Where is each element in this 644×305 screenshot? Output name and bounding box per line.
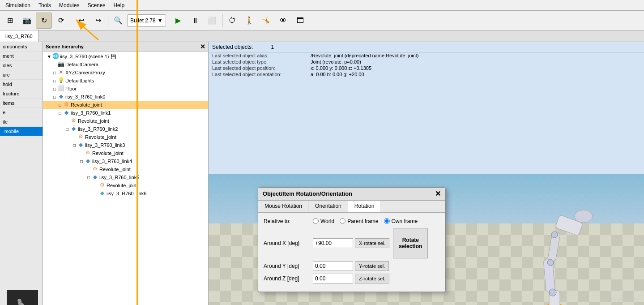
radio-own[interactable]: Own frame bbox=[384, 218, 418, 224]
sidebar-item-n-mobile[interactable]: -mobile bbox=[0, 127, 43, 136]
tab-iisy[interactable]: iisy_3_R760 bbox=[0, 30, 38, 42]
svg-point-13 bbox=[551, 232, 558, 238]
expand-icon-link2[interactable]: □ bbox=[64, 127, 70, 132]
tab-mouse-rotation[interactable]: Mouse Rotation bbox=[258, 201, 309, 212]
viewport[interactable]: lute_joint CSDN @leecheni Ob bbox=[209, 174, 644, 305]
physics-engine-dropdown[interactable]: Bullet 2.78 ▼ bbox=[127, 14, 166, 27]
expand-icon-link3[interactable]: □ bbox=[72, 143, 77, 148]
save-icon: 💾 bbox=[111, 54, 116, 59]
around-y-row: Around Y [deg] Y-rotate sel. bbox=[264, 261, 440, 271]
expand-icon-floor[interactable]: □ bbox=[52, 86, 57, 91]
expand-icon-link5[interactable]: □ bbox=[86, 175, 91, 180]
radio-world-input[interactable] bbox=[313, 218, 319, 224]
tree-label-link3: iisy_3_R760_link3 bbox=[85, 142, 125, 148]
tree-item-floor[interactable]: □ ⬜ Floor bbox=[43, 85, 208, 93]
scene-icon: 🌐 bbox=[52, 53, 59, 60]
around-y-input[interactable] bbox=[313, 261, 353, 271]
toolbar-btn-walk[interactable]: 🚶 bbox=[241, 13, 257, 29]
expand-icon-link0[interactable]: □ bbox=[52, 95, 57, 99]
toolbar-btn-search[interactable]: 🔍 bbox=[110, 13, 126, 29]
tree-item-link2[interactable]: □ ◆ iisy_3_R760_link2 bbox=[43, 125, 208, 133]
around-y-label: Around Y [deg] bbox=[264, 263, 313, 269]
sidebar-item-hold[interactable]: hold bbox=[0, 80, 43, 89]
tree-label-revolute1: Revolute_joint bbox=[71, 102, 102, 107]
expand-icon-link1[interactable]: □ bbox=[57, 111, 63, 116]
dialog-title-text: Object/Item Rotation/Orientation bbox=[263, 190, 352, 197]
tree-label-revolute2: Revolute_joint bbox=[78, 118, 109, 124]
y-rotate-btn[interactable]: Y-rotate sel. bbox=[355, 261, 389, 271]
menu-tools[interactable]: Tools bbox=[35, 1, 55, 9]
toolbar-btn-timer[interactable]: ⏱ bbox=[224, 13, 240, 29]
radio-own-input[interactable] bbox=[384, 218, 390, 224]
expand-icon-link4[interactable]: □ bbox=[79, 159, 84, 164]
tree-item-revolute-joint-5[interactable]: ⚙ Revolute_joint bbox=[43, 165, 208, 173]
svg-rect-14 bbox=[7, 290, 38, 305]
tree-item-link1[interactable]: □ ◆ iisy_3_R760_link1 bbox=[43, 109, 208, 117]
toolbar-btn-layout[interactable]: 🗖 bbox=[292, 13, 308, 29]
expand-icon-scene[interactable]: ▼ bbox=[47, 54, 52, 59]
tree-item-revolute-joint-2[interactable]: ⚙ Revolute_joint bbox=[43, 117, 208, 125]
tree-item-link5[interactable]: □ ◆ iisy_3_R760_link5 bbox=[43, 173, 208, 181]
lights-icon: 💡 bbox=[57, 77, 64, 84]
z-rotate-btn[interactable]: Z-rotate sel. bbox=[355, 274, 389, 284]
radio-world[interactable]: World bbox=[313, 218, 334, 224]
toolbar-btn-undo[interactable]: ↩ bbox=[73, 13, 89, 29]
tree-item-revolute-joint-6[interactable]: ⚙ Revolute_joint bbox=[43, 181, 208, 189]
tree-item-proxy[interactable]: □ ✕ XYZCameraProxy bbox=[43, 69, 208, 77]
sidebar-item-e[interactable]: e bbox=[0, 108, 43, 117]
joint-icon-2: ⚙ bbox=[70, 117, 77, 125]
tree-item-revolute-joint-3[interactable]: ⚙ Revolute_joint bbox=[43, 133, 208, 141]
tree-item-link6[interactable]: ◆ iisy_3_R760_link6 bbox=[43, 189, 208, 198]
x-rotate-btn[interactable]: X-rotate sel. bbox=[355, 238, 389, 248]
svg-point-12 bbox=[547, 259, 554, 266]
tree-item-scene[interactable]: ▼ 🌐 iisy_3_R760 (scene 1) 💾 bbox=[43, 52, 208, 60]
sidebar-item-structure2[interactable]: tructure bbox=[0, 89, 43, 99]
tree-item-link4[interactable]: □ ◆ iisy_3_R760_link4 bbox=[43, 157, 208, 165]
tree-item-link3[interactable]: □ ◆ iisy_3_R760_link3 bbox=[43, 141, 208, 149]
type-value: Joint (revolute, p=0.00) bbox=[311, 59, 361, 64]
toolbar-btn-play[interactable]: ▶ bbox=[170, 13, 186, 29]
tree-item-lights[interactable]: □ 💡 DefaultLights bbox=[43, 77, 208, 85]
tree-label-link0: iisy_3_R760_link0 bbox=[65, 94, 105, 99]
rotate-selection-btn[interactable]: Rotate selection bbox=[393, 228, 428, 258]
tree-item-link0[interactable]: □ ◆ iisy_3_R760_link0 bbox=[43, 93, 208, 101]
link1-icon: ◆ bbox=[63, 109, 70, 116]
radio-parent-input[interactable] bbox=[340, 218, 345, 224]
expand-icon-proxy[interactable]: □ bbox=[52, 70, 57, 75]
toolbar-btn-rotate[interactable]: ↻ bbox=[36, 13, 52, 29]
tree-item-revolute-joint-1[interactable]: □ ⚙ Revolute_joint bbox=[43, 101, 208, 109]
tab-orientation[interactable]: Orientation bbox=[309, 201, 348, 212]
radio-parent[interactable]: Parent frame bbox=[340, 218, 378, 224]
toolbar-btn-stop[interactable]: ⬜ bbox=[204, 13, 220, 29]
dialog-close-btn[interactable]: ✕ bbox=[435, 190, 441, 198]
menu-simulation[interactable]: Simulation bbox=[2, 1, 34, 9]
tree-label-scene: iisy_3_R760 (scene 1) bbox=[60, 54, 109, 59]
menu-help[interactable]: Help bbox=[110, 1, 128, 9]
sidebar-item-structure[interactable]: ure bbox=[0, 70, 43, 80]
toolbar-btn-redo[interactable]: ↪ bbox=[90, 13, 106, 29]
menu-modules[interactable]: Modules bbox=[55, 1, 83, 9]
tree-label-link2: iisy_3_R760_link2 bbox=[78, 126, 118, 132]
toolbar: ⊞ 📷 ↻ ⟳ ↩ ↪ 🔍 Bullet 2.78 ▼ ▶ ⏸ ⬜ ⏱ 🚶 🤸 … bbox=[0, 11, 644, 30]
around-x-input[interactable] bbox=[313, 238, 353, 248]
toolbar-btn-4[interactable]: ⟳ bbox=[53, 13, 69, 29]
toolbar-btn-pause[interactable]: ⏸ bbox=[187, 13, 203, 29]
around-z-input[interactable] bbox=[313, 274, 353, 284]
expand-icon-lights[interactable]: □ bbox=[52, 78, 57, 83]
sidebar-item-components[interactable]: omponents bbox=[0, 42, 43, 52]
toolbar-btn-pose[interactable]: 🤸 bbox=[258, 13, 274, 29]
tree-item-revolute-joint-4[interactable]: ⚙ Revolute_joint bbox=[43, 149, 208, 157]
scene-panel-close[interactable]: ✕ bbox=[200, 43, 205, 50]
sidebar-item-element[interactable]: ment bbox=[0, 52, 43, 61]
toolbar-btn-view[interactable]: 👁 bbox=[275, 13, 291, 29]
menu-scenes[interactable]: Scenes bbox=[84, 1, 109, 9]
sidebar-item-models[interactable]: oles bbox=[0, 61, 43, 70]
sidebar-item-mobile[interactable]: ile bbox=[0, 117, 43, 127]
expand-icon-revolute1[interactable]: □ bbox=[57, 103, 63, 107]
tree-item-camera[interactable]: 📷 DefaultCamera bbox=[43, 60, 208, 69]
sidebar-item-items[interactable]: items bbox=[0, 99, 43, 108]
tab-rotation[interactable]: Rotation bbox=[348, 201, 381, 212]
toolbar-btn-2[interactable]: 📷 bbox=[19, 13, 35, 29]
toolbar-btn-1[interactable]: ⊞ bbox=[2, 13, 18, 29]
toolbar-sep-1 bbox=[71, 14, 71, 27]
